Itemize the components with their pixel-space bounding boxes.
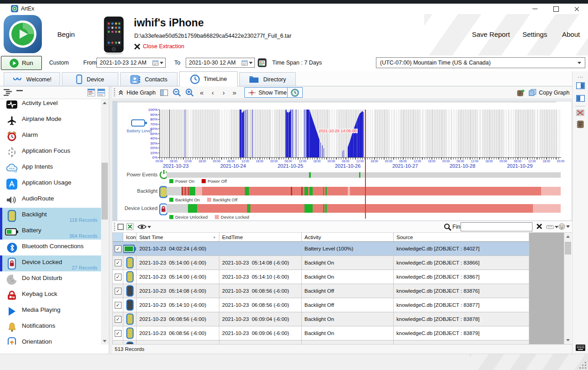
collapse-groups-icon[interactable]: [16, 89, 23, 98]
sidebar-item-orientation[interactable]: Orientation: [0, 335, 101, 345]
table-row[interactable]: ✓2021-10-23 06:08:56 (-6:00)2021-10-23 0…: [113, 312, 564, 326]
dock-panel-left-button[interactable]: [573, 95, 588, 102]
run-button[interactable]: Run: [1, 56, 42, 70]
sidebar-item-activity-level[interactable]: Activity Level: [0, 99, 101, 112]
table-row[interactable]: ✓2021-10-23 06:08:56 (-6:00)2021-10-23 0…: [113, 326, 564, 340]
column-header-start-time[interactable]: Start Time▲: [137, 233, 219, 242]
column-header-icon[interactable]: Icon: [123, 233, 137, 242]
skip-forward-button[interactable]: »: [233, 86, 236, 99]
toolbar-grip[interactable]: [114, 88, 115, 97]
find-input[interactable]: [461, 222, 532, 231]
minimize-button[interactable]: [525, 4, 545, 14]
sidebar-item-media-playing[interactable]: Media Playing: [0, 303, 101, 319]
lane-track-power-events[interactable]: [167, 172, 561, 178]
sidebar-scroll-thumb[interactable]: [101, 163, 108, 220]
sidebar-item-keybag-lock[interactable]: Keybag Lock: [0, 287, 101, 303]
row-checkbox[interactable]: ✓: [115, 260, 122, 266]
table-scroll-down[interactable]: [564, 336, 572, 344]
from-date-input[interactable]: 2021-10-23 12 AM: [96, 58, 166, 68]
clock-marker-button[interactable]: [287, 87, 303, 98]
sidebar-item-audioroute[interactable]: AudioRoute: [0, 192, 101, 208]
row-checkbox[interactable]: ✓: [115, 274, 122, 280]
column-header-select[interactable]: [113, 233, 123, 242]
dock-overflow-icon[interactable]: ⋯: [573, 74, 588, 80]
resize-grip[interactable]: [579, 362, 586, 369]
group-tree-icon[interactable]: [4, 89, 12, 98]
table-scrollbar[interactable]: [564, 233, 572, 344]
sidebar-item-app-intents[interactable]: App Intents: [0, 160, 101, 176]
row-checkbox[interactable]: ✓: [115, 288, 122, 295]
graph-layout-button[interactable]: [160, 86, 168, 99]
tab-timeline[interactable]: TimeLine: [179, 71, 238, 86]
dock-close-disabled-button[interactable]: [573, 110, 588, 116]
sidebar-item-battery[interactable]: Battery364 Records: [0, 224, 101, 240]
table-row[interactable]: ✓2021-10-23 05:14:00 (-6:00)2021-10-23 0…: [113, 256, 564, 270]
view-detail-icon[interactable]: [97, 89, 105, 98]
sidebar-item-device-locked[interactable]: Device Locked27 Records: [0, 255, 101, 271]
sidebar-item-airplane-mode[interactable]: Airplane Mode: [0, 112, 101, 128]
column-visibility-button[interactable]: [137, 224, 151, 230]
column-header-endtime[interactable]: EndTime: [219, 233, 302, 242]
table-row[interactable]: ✓2021-10-23 06:09:04 (-6:00)2021-10-23 0…: [113, 340, 564, 344]
tab-directory[interactable]: Directory: [239, 72, 296, 86]
table-scroll-thumb[interactable]: [565, 242, 571, 255]
row-checkbox[interactable]: ✓: [115, 316, 122, 323]
match-mode-button[interactable]: [546, 225, 558, 230]
tab-device[interactable]: Device: [62, 72, 118, 86]
column-header-source[interactable]: Source: [394, 233, 529, 242]
keyboard-icon[interactable]: [573, 345, 588, 351]
row-checkbox[interactable]: ✓: [115, 245, 122, 252]
table-row[interactable]: ✓2021-10-23 05:14:10 (-6:00)2021-10-23 0…: [113, 298, 564, 312]
dock-panel-right-button[interactable]: [573, 82, 588, 89]
sidebar-scrollbar[interactable]: [101, 99, 108, 345]
skip-back-button[interactable]: «: [200, 86, 203, 99]
row-checkbox[interactable]: ✓: [115, 330, 122, 337]
table-row[interactable]: ✓2021-10-23 05:14:08 (-6:00)2021-10-23 0…: [113, 284, 564, 298]
highlight-button[interactable]: [558, 223, 570, 230]
sidebar-item-notifications[interactable]: Notifications: [0, 319, 101, 335]
battery-chart-plot[interactable]: [159, 110, 561, 158]
copy-graph-button[interactable]: Copy Graph: [529, 86, 569, 99]
show-time-button[interactable]: Show Time: [244, 87, 290, 98]
begin-button[interactable]: Begin: [57, 30, 75, 38]
sidebar-item-backlight[interactable]: Backlight118 Records: [0, 208, 101, 224]
step-back-button[interactable]: ‹: [212, 86, 214, 99]
calendar-picker-button[interactable]: [258, 58, 267, 69]
lane-track-device-locked[interactable]: [167, 204, 561, 213]
hide-graph-button[interactable]: Hide Graph: [118, 86, 156, 99]
time-cursor-line[interactable]: [365, 110, 366, 219]
column-header-activity[interactable]: Activity: [302, 233, 394, 242]
table-scroll-up[interactable]: [564, 233, 572, 240]
sidebar-item-application-usage[interactable]: Application Usage: [0, 176, 101, 192]
close-extraction-button[interactable]: Close Extraction: [134, 43, 184, 50]
sidebar-item-bluetooth-connections[interactable]: Bluetooth Connections: [0, 240, 101, 255]
clear-find-button[interactable]: [536, 223, 542, 231]
sidebar-item-alarm[interactable]: Alarm: [0, 128, 101, 144]
sidebar-scroll-up[interactable]: [101, 99, 108, 106]
step-forward-button[interactable]: ›: [223, 86, 225, 99]
custom-label[interactable]: Custom: [49, 60, 69, 66]
view-compact-icon[interactable]: [87, 89, 95, 98]
row-checkbox[interactable]: ✓: [115, 302, 122, 309]
tab-contacts[interactable]: Contacts: [120, 72, 177, 86]
table-toolbar-grip[interactable]: [114, 223, 115, 231]
zoom-out-button[interactable]: [172, 86, 181, 99]
timezone-select[interactable]: (UTC-07:00) Mountain Time (US & Canada): [376, 57, 585, 68]
dock-notebook-button[interactable]: [573, 120, 588, 128]
about-button[interactable]: About: [562, 30, 580, 38]
table-row[interactable]: ✓2021-10-23 04:02:24 (-6:00)Battery Leve…: [113, 242, 564, 256]
export-excel-button[interactable]: [127, 223, 133, 230]
sidebar-item-do-not-disturb[interactable]: Do Not Disturb: [0, 271, 101, 287]
to-date-input[interactable]: 2021-10-30 12 AM: [186, 58, 255, 68]
sidebar-scroll-down[interactable]: [101, 337, 108, 345]
add-to-report-button[interactable]: [517, 86, 525, 99]
table-row[interactable]: ✓2021-10-23 05:14:00 (-6:00)2021-10-23 0…: [113, 270, 564, 284]
close-button[interactable]: [567, 4, 587, 14]
lane-track-backlight[interactable]: [167, 187, 561, 195]
settings-button[interactable]: Settings: [522, 30, 547, 38]
zoom-in-button[interactable]: [185, 86, 194, 99]
tab-welcome[interactable]: Welcome!: [4, 72, 60, 86]
maximize-button[interactable]: [546, 4, 566, 14]
save-report-button[interactable]: Save Report: [472, 30, 510, 38]
select-none-button[interactable]: [117, 224, 124, 230]
